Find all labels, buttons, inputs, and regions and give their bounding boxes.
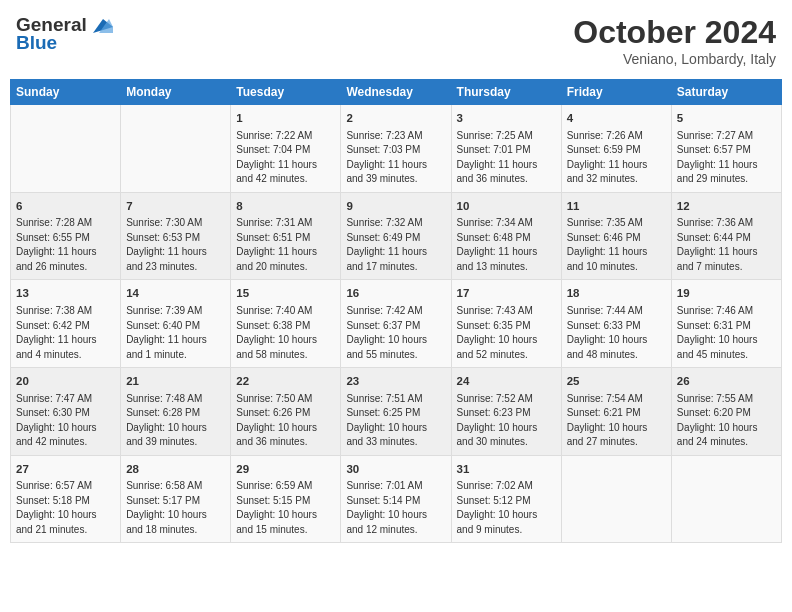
day-info: Sunrise: 7:50 AMSunset: 6:26 PMDaylight:… xyxy=(236,392,335,450)
calendar-cell: 30Sunrise: 7:01 AMSunset: 5:14 PMDayligh… xyxy=(341,455,451,543)
calendar-cell xyxy=(121,105,231,193)
day-number: 22 xyxy=(236,373,335,390)
calendar-cell: 6Sunrise: 7:28 AMSunset: 6:55 PMDaylight… xyxy=(11,192,121,280)
calendar-cell: 24Sunrise: 7:52 AMSunset: 6:23 PMDayligh… xyxy=(451,368,561,456)
calendar-cell: 16Sunrise: 7:42 AMSunset: 6:37 PMDayligh… xyxy=(341,280,451,368)
day-number: 18 xyxy=(567,285,666,302)
logo-icon xyxy=(89,15,113,35)
day-info: Sunrise: 7:28 AMSunset: 6:55 PMDaylight:… xyxy=(16,216,115,274)
day-number: 7 xyxy=(126,198,225,215)
calendar-cell: 11Sunrise: 7:35 AMSunset: 6:46 PMDayligh… xyxy=(561,192,671,280)
calendar-cell xyxy=(671,455,781,543)
calendar-cell: 20Sunrise: 7:47 AMSunset: 6:30 PMDayligh… xyxy=(11,368,121,456)
calendar-cell: 21Sunrise: 7:48 AMSunset: 6:28 PMDayligh… xyxy=(121,368,231,456)
day-header-tuesday: Tuesday xyxy=(231,80,341,105)
day-number: 6 xyxy=(16,198,115,215)
day-number: 10 xyxy=(457,198,556,215)
day-info: Sunrise: 7:52 AMSunset: 6:23 PMDaylight:… xyxy=(457,392,556,450)
day-number: 14 xyxy=(126,285,225,302)
day-header-wednesday: Wednesday xyxy=(341,80,451,105)
day-number: 30 xyxy=(346,461,445,478)
calendar-cell: 23Sunrise: 7:51 AMSunset: 6:25 PMDayligh… xyxy=(341,368,451,456)
day-number: 26 xyxy=(677,373,776,390)
day-info: Sunrise: 7:22 AMSunset: 7:04 PMDaylight:… xyxy=(236,129,335,187)
day-number: 29 xyxy=(236,461,335,478)
day-number: 13 xyxy=(16,285,115,302)
day-info: Sunrise: 7:48 AMSunset: 6:28 PMDaylight:… xyxy=(126,392,225,450)
title-section: October 2024 Veniano, Lombardy, Italy xyxy=(573,14,776,67)
day-info: Sunrise: 7:36 AMSunset: 6:44 PMDaylight:… xyxy=(677,216,776,274)
logo: General Blue xyxy=(16,14,113,54)
calendar-cell: 27Sunrise: 6:57 AMSunset: 5:18 PMDayligh… xyxy=(11,455,121,543)
calendar-cell: 10Sunrise: 7:34 AMSunset: 6:48 PMDayligh… xyxy=(451,192,561,280)
location: Veniano, Lombardy, Italy xyxy=(573,51,776,67)
day-info: Sunrise: 6:57 AMSunset: 5:18 PMDaylight:… xyxy=(16,479,115,537)
day-number: 4 xyxy=(567,110,666,127)
calendar-cell: 15Sunrise: 7:40 AMSunset: 6:38 PMDayligh… xyxy=(231,280,341,368)
day-info: Sunrise: 7:39 AMSunset: 6:40 PMDaylight:… xyxy=(126,304,225,362)
calendar-week-2: 6Sunrise: 7:28 AMSunset: 6:55 PMDaylight… xyxy=(11,192,782,280)
day-number: 24 xyxy=(457,373,556,390)
day-info: Sunrise: 7:35 AMSunset: 6:46 PMDaylight:… xyxy=(567,216,666,274)
day-info: Sunrise: 7:44 AMSunset: 6:33 PMDaylight:… xyxy=(567,304,666,362)
day-info: Sunrise: 7:25 AMSunset: 7:01 PMDaylight:… xyxy=(457,129,556,187)
day-header-sunday: Sunday xyxy=(11,80,121,105)
day-number: 12 xyxy=(677,198,776,215)
day-header-friday: Friday xyxy=(561,80,671,105)
day-number: 3 xyxy=(457,110,556,127)
day-info: Sunrise: 7:23 AMSunset: 7:03 PMDaylight:… xyxy=(346,129,445,187)
calendar-week-4: 20Sunrise: 7:47 AMSunset: 6:30 PMDayligh… xyxy=(11,368,782,456)
day-number: 28 xyxy=(126,461,225,478)
calendar-cell: 26Sunrise: 7:55 AMSunset: 6:20 PMDayligh… xyxy=(671,368,781,456)
day-number: 11 xyxy=(567,198,666,215)
calendar-week-3: 13Sunrise: 7:38 AMSunset: 6:42 PMDayligh… xyxy=(11,280,782,368)
day-info: Sunrise: 7:40 AMSunset: 6:38 PMDaylight:… xyxy=(236,304,335,362)
day-info: Sunrise: 7:43 AMSunset: 6:35 PMDaylight:… xyxy=(457,304,556,362)
calendar-table: SundayMondayTuesdayWednesdayThursdayFrid… xyxy=(10,79,782,543)
day-info: Sunrise: 7:38 AMSunset: 6:42 PMDaylight:… xyxy=(16,304,115,362)
day-header-saturday: Saturday xyxy=(671,80,781,105)
day-info: Sunrise: 7:51 AMSunset: 6:25 PMDaylight:… xyxy=(346,392,445,450)
day-number: 8 xyxy=(236,198,335,215)
calendar-cell: 2Sunrise: 7:23 AMSunset: 7:03 PMDaylight… xyxy=(341,105,451,193)
day-info: Sunrise: 7:34 AMSunset: 6:48 PMDaylight:… xyxy=(457,216,556,274)
day-number: 19 xyxy=(677,285,776,302)
day-info: Sunrise: 7:46 AMSunset: 6:31 PMDaylight:… xyxy=(677,304,776,362)
calendar-cell: 1Sunrise: 7:22 AMSunset: 7:04 PMDaylight… xyxy=(231,105,341,193)
day-number: 27 xyxy=(16,461,115,478)
day-header-monday: Monday xyxy=(121,80,231,105)
day-info: Sunrise: 7:42 AMSunset: 6:37 PMDaylight:… xyxy=(346,304,445,362)
calendar-cell: 17Sunrise: 7:43 AMSunset: 6:35 PMDayligh… xyxy=(451,280,561,368)
calendar-cell: 5Sunrise: 7:27 AMSunset: 6:57 PMDaylight… xyxy=(671,105,781,193)
day-number: 15 xyxy=(236,285,335,302)
day-number: 16 xyxy=(346,285,445,302)
calendar-cell: 14Sunrise: 7:39 AMSunset: 6:40 PMDayligh… xyxy=(121,280,231,368)
day-number: 31 xyxy=(457,461,556,478)
calendar-cell: 3Sunrise: 7:25 AMSunset: 7:01 PMDaylight… xyxy=(451,105,561,193)
day-info: Sunrise: 7:55 AMSunset: 6:20 PMDaylight:… xyxy=(677,392,776,450)
calendar-cell: 25Sunrise: 7:54 AMSunset: 6:21 PMDayligh… xyxy=(561,368,671,456)
day-info: Sunrise: 7:31 AMSunset: 6:51 PMDaylight:… xyxy=(236,216,335,274)
day-info: Sunrise: 7:54 AMSunset: 6:21 PMDaylight:… xyxy=(567,392,666,450)
calendar-cell xyxy=(561,455,671,543)
calendar-cell: 22Sunrise: 7:50 AMSunset: 6:26 PMDayligh… xyxy=(231,368,341,456)
calendar-cell: 4Sunrise: 7:26 AMSunset: 6:59 PMDaylight… xyxy=(561,105,671,193)
day-number: 17 xyxy=(457,285,556,302)
calendar-header-row: SundayMondayTuesdayWednesdayThursdayFrid… xyxy=(11,80,782,105)
calendar-cell: 13Sunrise: 7:38 AMSunset: 6:42 PMDayligh… xyxy=(11,280,121,368)
day-number: 23 xyxy=(346,373,445,390)
day-info: Sunrise: 7:30 AMSunset: 6:53 PMDaylight:… xyxy=(126,216,225,274)
day-header-thursday: Thursday xyxy=(451,80,561,105)
calendar-week-5: 27Sunrise: 6:57 AMSunset: 5:18 PMDayligh… xyxy=(11,455,782,543)
calendar-cell: 9Sunrise: 7:32 AMSunset: 6:49 PMDaylight… xyxy=(341,192,451,280)
logo-blue-text: Blue xyxy=(16,32,57,54)
calendar-cell: 29Sunrise: 6:59 AMSunset: 5:15 PMDayligh… xyxy=(231,455,341,543)
day-info: Sunrise: 7:32 AMSunset: 6:49 PMDaylight:… xyxy=(346,216,445,274)
calendar-cell: 19Sunrise: 7:46 AMSunset: 6:31 PMDayligh… xyxy=(671,280,781,368)
calendar-cell: 18Sunrise: 7:44 AMSunset: 6:33 PMDayligh… xyxy=(561,280,671,368)
day-info: Sunrise: 7:26 AMSunset: 6:59 PMDaylight:… xyxy=(567,129,666,187)
month-title: October 2024 xyxy=(573,14,776,51)
day-number: 5 xyxy=(677,110,776,127)
day-info: Sunrise: 6:58 AMSunset: 5:17 PMDaylight:… xyxy=(126,479,225,537)
calendar-cell: 28Sunrise: 6:58 AMSunset: 5:17 PMDayligh… xyxy=(121,455,231,543)
